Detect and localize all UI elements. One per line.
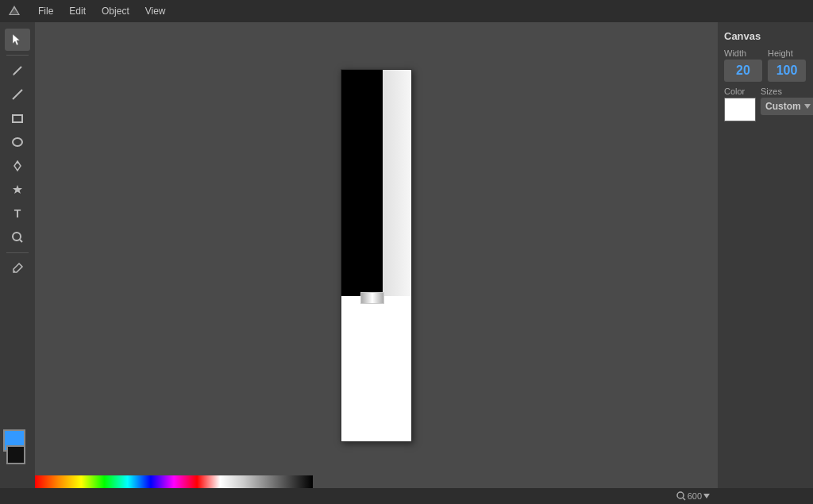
- sizes-dropdown[interactable]: Custom: [761, 98, 813, 115]
- svg-point-14: [677, 492, 684, 498]
- svg-line-5: [13, 90, 22, 99]
- canvas-gradient-bar: [360, 292, 384, 304]
- svg-marker-2: [13, 34, 20, 45]
- sizes-field: Sizes Custom: [761, 87, 813, 115]
- right-panel: Canvas Width Height Color Sizes Custom: [718, 22, 813, 488]
- drawing-canvas: [341, 69, 412, 442]
- svg-point-7: [13, 138, 22, 146]
- star-tool[interactable]: [5, 179, 30, 201]
- color-palette[interactable]: [35, 475, 313, 488]
- width-input[interactable]: [724, 60, 762, 82]
- text-tool[interactable]: T: [5, 202, 30, 225]
- pen-tool[interactable]: [5, 155, 30, 177]
- color-sizes-row: Color Sizes Custom: [724, 87, 807, 121]
- svg-line-3: [13, 67, 21, 75]
- zoom-value: 600: [688, 491, 702, 501]
- canvas-black-region: [341, 70, 383, 296]
- svg-marker-9: [13, 185, 22, 194]
- sizes-label: Sizes: [761, 87, 813, 96]
- rect-tool[interactable]: [5, 107, 30, 129]
- svg-rect-6: [13, 115, 22, 122]
- width-label: Width: [724, 48, 763, 58]
- toolbar: T: [0, 22, 35, 488]
- height-input[interactable]: [768, 60, 806, 82]
- svg-marker-13: [804, 104, 811, 109]
- color-label: Color: [724, 87, 756, 96]
- dimensions-row: Width Height: [724, 48, 807, 82]
- sizes-value: Custom: [765, 101, 801, 112]
- chevron-down-icon: [804, 104, 811, 109]
- tool-separator-1: [6, 55, 29, 56]
- app-logo: [6, 3, 22, 19]
- svg-line-11: [20, 240, 22, 242]
- pencil-tool[interactable]: [5, 60, 30, 82]
- svg-marker-16: [703, 494, 710, 498]
- menu-file[interactable]: File: [32, 3, 60, 19]
- zoom-tool[interactable]: [5, 226, 30, 248]
- zoom-chevron-icon[interactable]: [703, 494, 710, 498]
- line-tool[interactable]: [5, 83, 30, 106]
- tool-separator-2: [6, 252, 29, 253]
- color-field: Color: [724, 87, 756, 121]
- statusbar: 600: [0, 488, 813, 504]
- color-swatches: [3, 429, 25, 464]
- select-tool[interactable]: [5, 29, 30, 51]
- background-swatch[interactable]: [6, 445, 25, 464]
- zoom-icon: [676, 491, 686, 501]
- ellipse-tool[interactable]: [5, 131, 30, 153]
- menubar: File Edit Object View: [0, 0, 813, 22]
- menu-view[interactable]: View: [139, 3, 172, 19]
- height-label: Height: [768, 48, 807, 58]
- panel-title: Canvas: [724, 30, 807, 42]
- height-field: Height: [768, 48, 807, 82]
- svg-point-10: [13, 233, 21, 240]
- canvas-grey-strip: [383, 70, 412, 296]
- menu-object[interactable]: Object: [95, 3, 136, 19]
- canvas-area: [35, 22, 718, 488]
- eyedropper-tool[interactable]: [5, 257, 30, 279]
- menu-edit[interactable]: Edit: [63, 3, 92, 19]
- color-preview-swatch[interactable]: [724, 98, 756, 121]
- svg-line-15: [683, 498, 685, 500]
- width-field: Width: [724, 48, 763, 82]
- zoom-indicator: 600: [676, 488, 710, 504]
